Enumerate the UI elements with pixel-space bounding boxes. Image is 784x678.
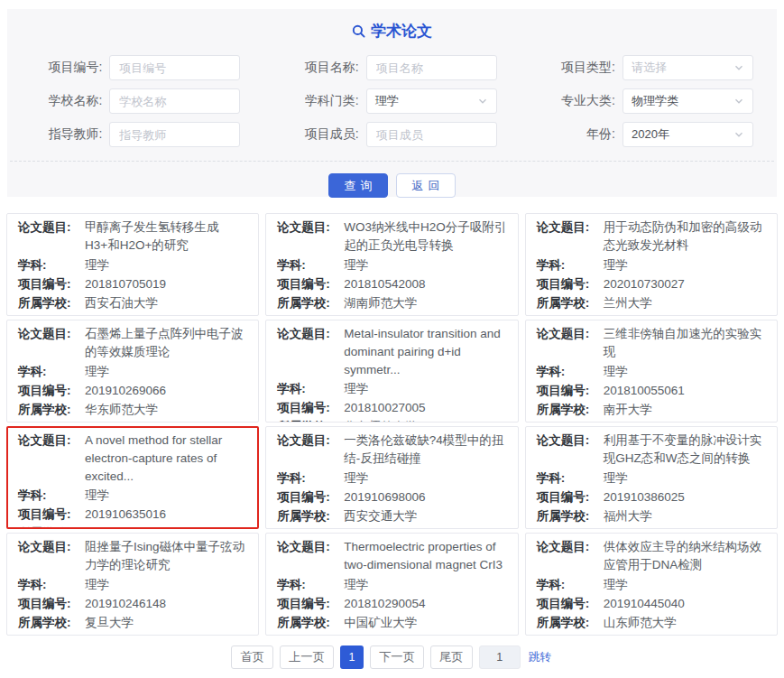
project-type-select[interactable]: 请选择 — [623, 55, 753, 80]
paper-card[interactable]: 论文题目:Metal-insulator transition and domi… — [265, 320, 518, 423]
paper-school: 兰州大学 — [604, 293, 652, 312]
paper-project-id: 201910635016 — [85, 505, 166, 524]
advisor-input[interactable] — [109, 122, 240, 147]
paper-project-id: 201810027005 — [344, 398, 425, 417]
paper-card[interactable]: 论文题目:Thermoelectric properties of two-di… — [265, 533, 518, 636]
paper-card[interactable]: 论文题目:石墨烯上量子点阵列中电子波的等效媒质理论 学科:理学 项目编号:201… — [6, 320, 259, 423]
paper-project-id: 201910386025 — [604, 488, 685, 506]
paper-card[interactable]: 论文题目:甲醇离子发生氢转移生成H3+和H2O+的研究 学科:理学 项目编号:2… — [6, 213, 259, 316]
paper-title-label: 论文题目: — [18, 431, 85, 486]
major-category-value: 物理学类 — [632, 93, 678, 109]
page-title: 学术论文 — [371, 21, 432, 42]
paper-card[interactable]: 论文题目:三维非傍轴自加速光的实验实现 学科:理学 项目编号:201810055… — [525, 320, 778, 423]
paper-subject-label: 学科: — [277, 379, 344, 398]
paper-title-label: 论文题目: — [277, 218, 344, 255]
paper-title: Metal-insulator transition and dominant … — [344, 324, 506, 379]
paper-school: 北京师范大学 — [344, 417, 417, 423]
project-members-label: 项目成员: — [305, 126, 359, 143]
paper-school-label: 所属学校: — [537, 293, 604, 312]
pagination-next-button[interactable]: 下一页 — [370, 645, 424, 669]
paper-subject: 理学 — [344, 255, 368, 274]
pagination-prev-button[interactable]: 上一页 — [280, 645, 334, 669]
paper-project-id: 202010730027 — [604, 274, 685, 293]
paper-title: 利用基于不变量的脉冲设计实现GHZ态和W态之间的转换 — [604, 431, 766, 469]
school-name-label: 学校名称: — [48, 93, 102, 109]
major-category-select[interactable]: 物理学类 — [623, 88, 753, 114]
paper-cards-grid: 论文题目:甲醇离子发生氢转移生成H3+和H2O+的研究 学科:理学 项目编号:2… — [6, 213, 778, 636]
paper-subject: 理学 — [85, 362, 109, 381]
paper-card-highlighted[interactable]: 论文题目:A novel method for stellar electron… — [6, 426, 259, 529]
paper-project-id-label: 项目编号: — [277, 274, 344, 293]
year-select[interactable]: 2020年 — [623, 122, 753, 147]
project-type-label: 项目类型: — [561, 60, 615, 76]
paper-project-id: 201910698006 — [344, 488, 425, 506]
query-button[interactable]: 查询 — [328, 173, 388, 198]
project-members-input[interactable] — [366, 122, 497, 147]
paper-school-label: 所属学校: — [18, 400, 85, 419]
paper-card[interactable]: 论文题目:一类洛伦兹破缺?4模型中的扭结-反扭结碰撞 学科:理学 项目编号:20… — [265, 426, 518, 529]
paper-title: 供体效应主导的纳米结构场效应管用于DNA检测 — [604, 537, 766, 575]
field-project-members: 项目成员: — [263, 122, 520, 147]
paper-subject: 理学 — [344, 575, 368, 594]
paper-title-label: 论文题目: — [277, 324, 344, 379]
paper-subject-label: 学科: — [277, 469, 344, 488]
search-filter-panel: 学术论文 项目编号: 项目名称: 项目类型: 请选择 学校名称: 学科门类: 理… — [7, 9, 777, 197]
subject-category-label: 学科门类: — [305, 93, 359, 109]
project-type-value: 请选择 — [632, 60, 667, 76]
pagination-jump-input[interactable] — [479, 645, 521, 669]
pagination-jump-button[interactable]: 跳转 — [527, 650, 553, 665]
chevron-down-icon — [733, 129, 744, 140]
back-button[interactable]: 返回 — [396, 173, 456, 198]
paper-school-label: 所属学校: — [537, 506, 604, 525]
paper-subject: 理学 — [85, 575, 109, 594]
subject-category-select[interactable]: 理学 — [366, 88, 497, 114]
project-name-input[interactable] — [366, 55, 497, 80]
paper-card[interactable]: 论文题目:WO3纳米线中H2O分子吸附引起的正负光电导转换 学科:理学 项目编号… — [265, 213, 518, 316]
paper-subject-label: 学科: — [18, 255, 85, 274]
paper-project-id-label: 项目编号: — [18, 274, 85, 293]
field-major-category: 专业大类: 物理学类 — [521, 88, 777, 114]
paper-title-label: 论文题目: — [18, 324, 85, 362]
paper-school: 复旦大学 — [85, 613, 134, 632]
paper-project-id: 201810705019 — [85, 274, 166, 293]
field-school-name: 学校名称: — [7, 88, 263, 114]
pagination-current-page[interactable]: 1 — [340, 645, 364, 669]
paper-subject-label: 学科: — [537, 362, 604, 381]
paper-card[interactable]: 论文题目:利用基于不变量的脉冲设计实现GHZ态和W态之间的转换 学科:理学 项目… — [525, 426, 778, 529]
paper-project-id-label: 项目编号: — [18, 505, 85, 524]
paper-subject: 理学 — [344, 469, 368, 488]
paper-school-label: 所属学校: — [537, 613, 604, 632]
paper-school: 西安石油大学 — [85, 293, 158, 312]
paper-project-id-label: 项目编号: — [18, 381, 85, 400]
paper-project-id-label: 项目编号: — [18, 594, 85, 613]
paper-project-id-label: 项目编号: — [537, 488, 604, 506]
paper-project-id: 201810542008 — [344, 274, 425, 293]
paper-card[interactable]: 论文题目:阻挫量子Ising磁体中量子弦动力学的理论研究 学科:理学 项目编号:… — [6, 533, 259, 636]
project-name-label: 项目名称: — [305, 60, 359, 76]
pagination-last-button[interactable]: 尾页 — [430, 645, 473, 669]
paper-title-label: 论文题目: — [277, 537, 344, 575]
paper-card[interactable]: 论文题目:供体效应主导的纳米结构场效应管用于DNA检测 学科:理学 项目编号:2… — [525, 533, 778, 636]
project-id-input[interactable] — [109, 55, 240, 80]
paper-subject: 理学 — [604, 255, 628, 274]
pagination-first-button[interactable]: 首页 — [231, 645, 273, 669]
paper-subject: 理学 — [604, 469, 628, 488]
paper-school: 华东师范大学 — [85, 400, 158, 419]
paper-school: 山东师范大学 — [604, 613, 677, 632]
paper-subject-label: 学科: — [18, 362, 85, 381]
paper-subject: 理学 — [604, 575, 628, 594]
paper-subject-label: 学科: — [537, 575, 604, 594]
paper-title-label: 论文题目: — [537, 218, 604, 255]
paper-subject-label: 学科: — [537, 469, 604, 488]
paper-title: 石墨烯上量子点阵列中电子波的等效媒质理论 — [85, 324, 247, 362]
page-title-bar: 学术论文 — [7, 21, 777, 42]
paper-project-id: 201810290054 — [344, 594, 425, 613]
project-id-label: 项目编号: — [48, 60, 102, 76]
paper-card[interactable]: 论文题目:用于动态防伪和加密的高级动态光致发光材料 学科:理学 项目编号:202… — [525, 213, 778, 316]
paper-project-id: 201910269066 — [85, 381, 166, 400]
school-name-input[interactable] — [109, 88, 240, 114]
paper-subject-label: 学科: — [277, 575, 344, 594]
paper-title-label: 论文题目: — [537, 324, 604, 362]
paper-school: 西南大学 — [85, 524, 134, 529]
paper-subject: 理学 — [604, 362, 628, 381]
